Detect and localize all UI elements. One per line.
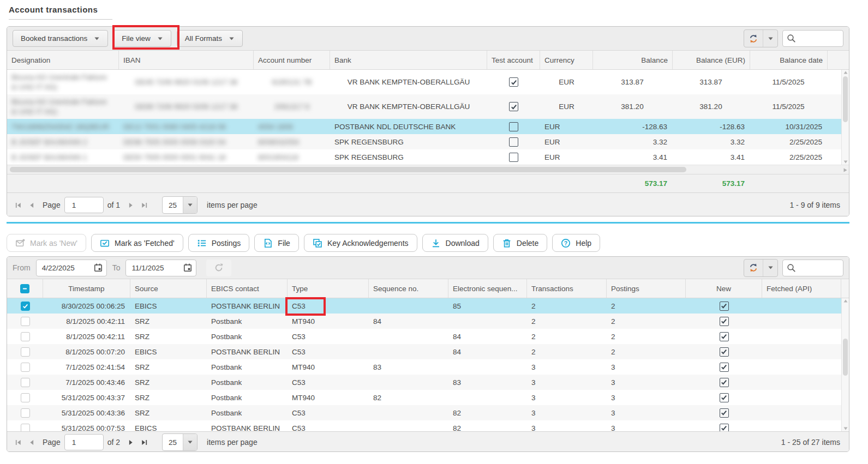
horizontal-scrollbar[interactable] [7, 165, 849, 174]
vertical-scrollbar[interactable] [841, 70, 849, 165]
new-checkbox[interactable] [720, 347, 729, 357]
page-number-input[interactable] [64, 434, 104, 450]
new-checkbox[interactable] [720, 393, 729, 402]
new-checkbox[interactable] [720, 317, 729, 326]
column-header-balance[interactable]: Balance [593, 51, 673, 69]
help-button[interactable]: Help [552, 234, 600, 252]
refresh-options-button[interactable] [763, 30, 777, 47]
select-all-checkbox[interactable] [20, 284, 29, 293]
row-checkbox[interactable] [21, 424, 30, 432]
calendar-icon[interactable] [179, 260, 196, 276]
mark-as-new-button[interactable]: Mark as 'New' [7, 234, 86, 252]
scroll-down-icon[interactable] [843, 427, 848, 430]
table-row[interactable]: 5/31/2025 00:43:37 SRZ Postbank MT940 82… [7, 390, 841, 405]
table-row[interactable]: 7/1/2025 00:43:46 SRZ Postbank C53 83 3 … [7, 375, 841, 390]
table-row[interactable]: 8/1/2025 00:42:11 SRZ Postbank C53 84 2 … [7, 329, 841, 344]
table-row-selected[interactable]: TW13896Z54354Z 1BQ9EUR DE12 7001 0080 04… [7, 119, 841, 134]
first-page-button[interactable] [11, 436, 25, 449]
vertical-scrollbar[interactable] [841, 298, 849, 431]
calendar-icon[interactable] [90, 260, 106, 276]
postings-button[interactable]: Postings [188, 234, 250, 252]
table-row[interactable]: Bicuna AG Uventrale Fakture & UAD IT AG)… [7, 94, 841, 119]
file-button[interactable]: File [254, 234, 299, 252]
test-account-checkbox[interactable] [509, 102, 518, 111]
row-checkbox[interactable] [21, 302, 30, 311]
column-header-fetched-api[interactable]: Fetched (API) [762, 279, 841, 298]
from-date-value[interactable]: 4/22/2025 [37, 264, 90, 272]
row-checkbox[interactable] [21, 393, 30, 402]
row-checkbox[interactable] [21, 347, 30, 357]
table-row[interactable]: B JOSEF BAUMANN 1 DE50 7505 0000 0001 90… [7, 149, 841, 165]
column-header-currency[interactable]: Currency [540, 51, 593, 69]
pane-splitter[interactable] [7, 222, 849, 224]
column-header-test-account[interactable]: Test account [487, 51, 540, 69]
refresh-options-button[interactable] [763, 260, 777, 276]
new-checkbox[interactable] [720, 378, 729, 387]
next-page-button[interactable] [124, 436, 137, 449]
column-header-sequence-no[interactable]: Sequence no. [369, 279, 448, 298]
table-row[interactable]: 8/1/2025 00:42:11 SRZ Postbank MT940 84 … [7, 314, 841, 329]
column-header-balance-eur[interactable]: Balance (EUR) [673, 51, 750, 69]
test-account-checkbox[interactable] [509, 77, 518, 87]
last-page-button[interactable] [137, 436, 151, 449]
table-row[interactable]: 5/31/2025 00:43:36 SRZ Postbank C53 82 3… [7, 405, 841, 420]
scroll-right-icon[interactable] [843, 168, 847, 172]
table-row-selected[interactable]: 8/30/2025 00:06:25 EBICS POSTBANK BERLIN… [7, 298, 841, 314]
column-header-bank[interactable]: Bank [330, 51, 487, 69]
column-header-balance-date[interactable]: Balance date [750, 51, 828, 69]
scrollbar-thumb[interactable] [843, 339, 848, 376]
new-checkbox[interactable] [720, 363, 729, 372]
column-header-timestamp[interactable]: Timestamp [43, 279, 130, 298]
key-acknowledgements-button[interactable]: Key Acknowledgements [304, 234, 417, 252]
file-view-dropdown[interactable]: File view [113, 30, 171, 47]
row-checkbox[interactable] [21, 332, 30, 341]
refresh-button[interactable] [744, 30, 763, 47]
table-row[interactable]: Bicuna AG Uventrale Fakture & UAD IT AG)… [7, 70, 841, 94]
prev-page-button[interactable] [25, 198, 39, 212]
table-row[interactable]: B JOSEF BAUMANN 2 DE98 7505 0000 0008 03… [7, 134, 841, 149]
new-checkbox[interactable] [720, 332, 729, 341]
table-row[interactable]: 5/31/2025 00:07:53 EBICS POSTBANK BERLIN… [7, 420, 841, 431]
test-account-checkbox[interactable] [509, 153, 518, 162]
row-checkbox[interactable] [21, 408, 30, 418]
download-button[interactable]: Download [422, 234, 488, 252]
prev-page-button[interactable] [25, 436, 39, 449]
accounts-search-input[interactable] [799, 34, 839, 43]
column-header-type[interactable]: Type [288, 279, 369, 298]
mark-as-fetched-button[interactable]: Mark as 'Fetched' [91, 234, 183, 252]
files-search-input[interactable] [799, 263, 839, 273]
last-page-button[interactable] [137, 198, 151, 212]
column-header-new[interactable]: New [686, 279, 762, 298]
booked-transactions-dropdown[interactable]: Booked transactions [13, 30, 108, 47]
new-checkbox[interactable] [720, 408, 729, 418]
row-checkbox[interactable] [21, 378, 30, 387]
scroll-up-icon[interactable] [843, 71, 848, 74]
scrollbar-thumb[interactable] [843, 76, 848, 122]
column-header-electronic-sequence[interactable]: Electronic sequen... [448, 279, 527, 298]
column-header-iban[interactable]: IBAN [119, 51, 254, 69]
first-page-button[interactable] [11, 198, 25, 212]
table-row[interactable]: 7/1/2025 02:41:54 SRZ Postbank MT940 83 … [7, 359, 841, 375]
test-account-checkbox[interactable] [509, 122, 518, 131]
column-header-ebics-contact[interactable]: EBICS contact [207, 279, 288, 298]
next-page-button[interactable] [124, 198, 137, 212]
column-header-transactions[interactable]: Transactions [527, 279, 607, 298]
new-checkbox[interactable] [720, 424, 729, 432]
row-checkbox[interactable] [21, 363, 30, 372]
delete-button[interactable]: Delete [493, 234, 547, 252]
table-row[interactable]: 8/1/2025 00:07:20 EBICS POSTBANK BERLIN … [7, 344, 841, 359]
to-date-value[interactable]: 11/1/2025 [126, 264, 179, 272]
column-header-account-number[interactable]: Account number [254, 51, 330, 69]
column-header-postings[interactable]: Postings [607, 279, 686, 298]
test-account-checkbox[interactable] [509, 137, 518, 147]
page-size-select[interactable]: 25 [162, 433, 197, 451]
page-number-input[interactable] [64, 197, 104, 213]
scroll-up-icon[interactable] [843, 299, 848, 303]
scroll-down-icon[interactable] [843, 160, 848, 164]
column-header-source[interactable]: Source [130, 279, 207, 298]
refresh-button[interactable] [744, 260, 763, 276]
scrollbar-thumb[interactable] [10, 167, 686, 172]
row-checkbox[interactable] [21, 317, 30, 326]
page-size-select[interactable]: 25 [162, 196, 197, 214]
all-formats-dropdown[interactable]: All Formats [177, 30, 243, 47]
